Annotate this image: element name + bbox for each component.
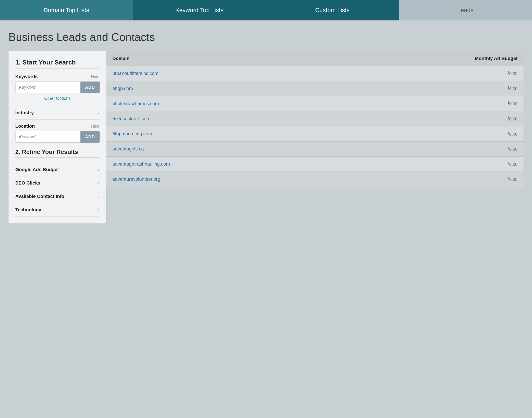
keyword-add-button[interactable]: ADD	[81, 81, 100, 93]
budget-cell: $0.00	[340, 66, 523, 81]
results-table: Domain Monthly Ad Budget urbanoutfitters…	[106, 51, 523, 187]
filter-row-1[interactable]: SEO Clicks ›	[15, 176, 100, 190]
industry-label: Industry	[15, 110, 34, 116]
section1: 1. Start Your Search Keywords Hide ADD O…	[15, 59, 100, 143]
domain-cell[interactable]: 55plusnewhomes.com	[106, 96, 340, 111]
table-row: 5thpmarketing.com $0.00	[106, 127, 523, 141]
location-label-row: Location Hide	[15, 123, 100, 129]
keywords-label: Keywords	[15, 74, 38, 79]
page-title: Business Leads and Contacts	[9, 31, 523, 43]
domain-cell[interactable]: 5thpmarketing.com	[106, 127, 340, 141]
main-layout: 1. Start Your Search Keywords Hide ADD O…	[9, 51, 523, 223]
filter-label-3: Technology	[15, 207, 41, 213]
results-tbody: urbanoutfittersinc.com $0.00 ahgp.com $0…	[106, 66, 523, 187]
keywords-label-row: Keywords Hide	[15, 74, 100, 79]
filter-label-1: SEO Clicks	[15, 180, 40, 186]
table-row: ahgp.com $0.00	[106, 81, 523, 96]
other-options-link[interactable]: Other Options	[15, 96, 100, 101]
location-add-button[interactable]: ADD	[81, 131, 100, 143]
table-row: advantagetrashhauling.com $0.00	[106, 157, 523, 172]
filter-chevron-icon-3: ›	[98, 207, 100, 213]
section1-divider	[15, 69, 100, 69]
domain-cell[interactable]: advantagetrashhauling.com	[106, 157, 340, 172]
left-panel: 1. Start Your Search Keywords Hide ADD O…	[9, 51, 106, 223]
location-label: Location	[15, 123, 35, 129]
tab-keyword-top-lists[interactable]: Keyword Top Lists	[133, 0, 266, 20]
section2-title: 2. Refine Your Results	[15, 149, 100, 155]
budget-cell: $0.00	[340, 127, 523, 141]
filter-chevron-icon-1: ›	[98, 180, 100, 186]
results-table-header: Domain Monthly Ad Budget	[106, 51, 523, 66]
domain-cell[interactable]: advantagels.ca	[106, 141, 340, 157]
filter-label-0: Google Ads Budget	[15, 167, 59, 172]
budget-cell: $0.00	[340, 81, 523, 96]
domain-cell[interactable]: urbanoutfittersinc.com	[106, 66, 340, 81]
industry-row[interactable]: Industry ›	[15, 106, 100, 119]
filter-label-2: Available Contact Info	[15, 194, 64, 199]
page-content: Business Leads and Contacts 1. Start You…	[0, 20, 532, 232]
keyword-input[interactable]	[15, 81, 81, 93]
location-input-row: ADD	[15, 131, 100, 143]
location-section: Location Hide ADD	[15, 119, 100, 143]
section1-title: 1. Start Your Search	[15, 59, 100, 66]
filter-row-2[interactable]: Available Contact Info ›	[15, 190, 100, 203]
domain-cell[interactable]: ahgp.com	[106, 81, 340, 96]
budget-cell: $0.00	[340, 96, 523, 111]
filter-rows: Google Ads Budget › SEO Clicks › Availab…	[15, 163, 100, 217]
table-row: 5sensestours.com $0.00	[106, 111, 523, 127]
keywords-hide[interactable]: Hide	[91, 74, 100, 79]
filter-row-3[interactable]: Technology ›	[15, 203, 100, 217]
filter-chevron-icon-0: ›	[98, 167, 100, 172]
location-input[interactable]	[15, 131, 81, 143]
col-domain: Domain	[106, 51, 340, 66]
tab-custom-lists[interactable]: Custom Lists	[266, 0, 399, 20]
table-row: adventurevolunteer.org $0.00	[106, 172, 523, 187]
location-hide[interactable]: Hide	[91, 124, 100, 129]
col-monthly-ad-budget: Monthly Ad Budget	[340, 51, 523, 66]
tab-domain-top-lists[interactable]: Domain Top Lists	[0, 0, 133, 20]
table-row: urbanoutfittersinc.com $0.00	[106, 66, 523, 81]
budget-cell: $0.00	[340, 172, 523, 187]
section2: 2. Refine Your Results Google Ads Budget…	[15, 149, 100, 217]
filter-row-0[interactable]: Google Ads Budget ›	[15, 163, 100, 176]
table-row: 55plusnewhomes.com $0.00	[106, 96, 523, 111]
budget-cell: $0.00	[340, 157, 523, 172]
keywords-input-row: ADD	[15, 81, 100, 93]
tab-leads[interactable]: Leads	[399, 0, 532, 20]
industry-chevron-icon: ›	[98, 110, 100, 116]
domain-cell[interactable]: adventurevolunteer.org	[106, 172, 340, 187]
nav-bar: Domain Top Lists Keyword Top Lists Custo…	[0, 0, 532, 20]
right-panel: Domain Monthly Ad Budget urbanoutfitters…	[106, 51, 523, 187]
budget-cell: $0.00	[340, 141, 523, 157]
domain-cell[interactable]: 5sensestours.com	[106, 111, 340, 127]
filter-chevron-icon-2: ›	[98, 194, 100, 199]
table-row: advantagels.ca $0.00	[106, 141, 523, 157]
budget-cell: $0.00	[340, 111, 523, 127]
